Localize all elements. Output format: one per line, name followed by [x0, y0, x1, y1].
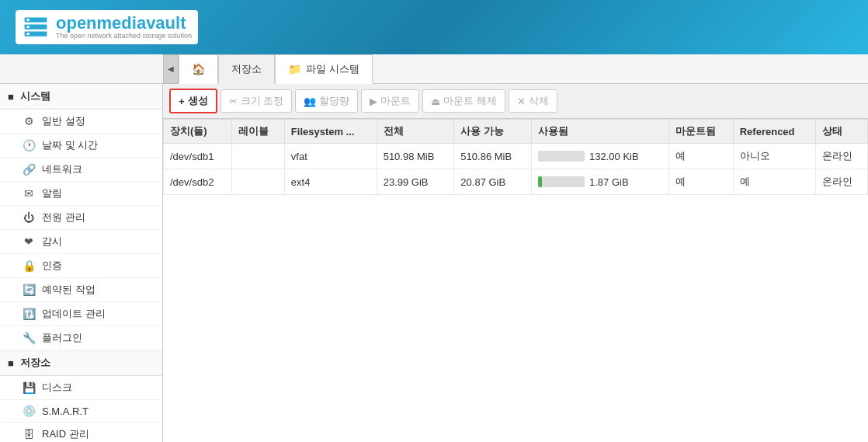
- usage-bar-fill: [538, 176, 542, 187]
- cell-device: /dev/sdb2: [164, 169, 232, 195]
- delete-button[interactable]: ✕ 삭제: [509, 89, 557, 113]
- gear-icon: ⚙: [22, 115, 36, 127]
- col-filesystem: Filesystem ...: [284, 120, 377, 144]
- sidebar-item-plugin-label: 플러그인: [42, 331, 82, 345]
- sidebar-item-raid[interactable]: 🗄 RAID 관리: [0, 423, 162, 442]
- mail-icon: ✉: [22, 187, 36, 200]
- heart-icon: ❤: [22, 235, 36, 248]
- table-row[interactable]: /dev/sdb2 ext4 23.99 GiB 20.87 GiB 1.87 …: [164, 169, 868, 195]
- cell-status: 온라인: [815, 169, 868, 195]
- sidebar-item-update[interactable]: 🔃 업데이트 관리: [0, 302, 162, 326]
- cell-mounted: 예: [668, 144, 733, 169]
- col-total: 전체: [377, 120, 454, 144]
- delete-icon: ✕: [517, 96, 526, 107]
- sidebar-item-smart[interactable]: 💿 S.M.A.R.T: [0, 400, 162, 423]
- square-icon-2: ■: [8, 357, 14, 369]
- wrench-icon: 🔧: [22, 332, 36, 344]
- logo-subtitle: The open network attached storage soluti…: [56, 32, 192, 40]
- square-icon: ■: [8, 91, 14, 103]
- lock-icon: 🔒: [22, 259, 36, 272]
- nav-tabs: ◀ 🏠 저장소 📁 파일 시스템: [0, 54, 868, 84]
- plus-icon: +: [179, 96, 185, 107]
- cell-total: 510.98 MiB: [377, 144, 454, 169]
- delete-button-label: 삭제: [529, 94, 549, 108]
- sidebar-item-scheduled[interactable]: 🔄 예약된 작업: [0, 278, 162, 302]
- resize-button[interactable]: ✂ 크기 조정: [220, 89, 293, 113]
- sidebar-item-datetime[interactable]: 🕐 날짜 및 시간: [0, 134, 162, 158]
- network-icon: 🔗: [22, 163, 36, 176]
- col-device: 장치(들): [164, 120, 232, 144]
- cell-used: 1.87 GiB: [532, 169, 669, 195]
- sidebar-item-scheduled-label: 예약된 작업: [42, 283, 95, 297]
- logo-icon: [22, 13, 50, 41]
- sidebar-item-general[interactable]: ⚙ 일반 설정: [0, 110, 162, 134]
- sidebar-item-notification[interactable]: ✉ 알림: [0, 182, 162, 206]
- sidebar-item-plugin[interactable]: 🔧 플러그인: [0, 326, 162, 350]
- sidebar-item-disk-label: 디스크: [42, 381, 72, 395]
- unmount-button[interactable]: ⏏ 마운트 해제: [422, 89, 505, 113]
- table-header-row: 장치(들) 레이블 Filesystem ... 전체 사용 가능 사용됨 마운…: [164, 120, 868, 144]
- cell-available: 510.86 MiB: [454, 144, 532, 169]
- sidebar-section-storage-label: 저장소: [20, 356, 50, 370]
- unmount-button-label: 마운트 해제: [443, 94, 497, 108]
- resize-button-label: 크기 조정: [241, 94, 284, 108]
- usage-value: 1.87 GiB: [589, 176, 629, 188]
- tab-filesystem[interactable]: 📁 파일 시스템: [275, 54, 373, 84]
- sidebar-section-system-label: 시스템: [20, 89, 50, 103]
- logo-title: openmediavault: [56, 15, 192, 32]
- usage-bar: [538, 176, 585, 187]
- cd-icon: 💿: [22, 405, 36, 417]
- col-used: 사용됨: [532, 120, 669, 144]
- sidebar-collapse-button[interactable]: ◀: [163, 54, 179, 84]
- sidebar-item-network[interactable]: 🔗 네트워크: [0, 158, 162, 182]
- table-row[interactable]: /dev/sdb1 vfat 510.98 MiB 510.86 MiB 132…: [164, 144, 868, 169]
- tab-storage[interactable]: 저장소: [218, 54, 275, 84]
- sidebar-item-network-label: 네트워크: [42, 162, 82, 176]
- allocate-button[interactable]: 👥 할당량: [295, 89, 358, 113]
- cell-status: 온라인: [815, 144, 868, 169]
- create-button-label: 생성: [188, 94, 208, 108]
- sidebar-item-update-label: 업데이트 관리: [42, 307, 106, 321]
- sidebar-item-datetime-label: 날짜 및 시간: [42, 138, 98, 152]
- tab-home[interactable]: 🏠: [179, 54, 218, 84]
- sidebar-item-disk[interactable]: 💾 디스크: [0, 376, 162, 400]
- mount-button-label: 마운트: [380, 94, 411, 108]
- col-mounted: 마운트됨: [668, 120, 733, 144]
- allocate-icon: 👥: [304, 96, 316, 107]
- unmount-icon: ⏏: [431, 96, 440, 107]
- logo: openmediavault The open network attached…: [16, 10, 198, 44]
- refresh-icon: 🔄: [22, 284, 36, 296]
- power-icon: ⏻: [22, 211, 36, 224]
- sidebar-item-auth[interactable]: 🔒 인증: [0, 254, 162, 278]
- sidebar-section-system[interactable]: ■ 시스템: [0, 84, 162, 110]
- sidebar-item-power-label: 전원 관리: [42, 211, 85, 224]
- update-icon: 🔃: [22, 308, 36, 320]
- chevron-left-icon: ◀: [168, 64, 174, 73]
- cell-referenced: 아니오: [733, 144, 815, 169]
- sidebar-section-storage[interactable]: ■ 저장소: [0, 350, 162, 376]
- sidebar-item-monitor-label: 감시: [42, 235, 62, 249]
- cell-label: [232, 144, 284, 169]
- header: openmediavault The open network attached…: [0, 0, 868, 54]
- cell-device: /dev/sdb1: [164, 144, 232, 169]
- cell-total: 23.99 GiB: [377, 169, 454, 195]
- cell-referenced: 예: [733, 169, 815, 195]
- resize-icon: ✂: [229, 96, 238, 107]
- tab-storage-label: 저장소: [231, 62, 262, 76]
- logo-text: openmediavault The open network attached…: [56, 15, 192, 40]
- cell-filesystem: vfat: [284, 144, 377, 169]
- raid-icon: 🗄: [22, 428, 36, 440]
- filesystem-table: 장치(들) 레이블 Filesystem ... 전체 사용 가능 사용됨 마운…: [163, 119, 868, 442]
- toolbar: + 생성 ✂ 크기 조정 👥 할당량 ▶ 마운트 ⏏ 마운트 해제 ✕ 삭제: [163, 84, 868, 119]
- cell-available: 20.87 GiB: [454, 169, 532, 195]
- home-icon: 🏠: [192, 63, 205, 75]
- mount-button[interactable]: ▶ 마운트: [361, 89, 419, 113]
- col-referenced: Referenced: [733, 120, 815, 144]
- sidebar-item-monitor[interactable]: ❤ 감시: [0, 230, 162, 254]
- create-button[interactable]: + 생성: [169, 89, 217, 113]
- sidebar-item-power[interactable]: ⏻ 전원 관리: [0, 206, 162, 230]
- cell-filesystem: ext4: [284, 169, 377, 195]
- main-content: + 생성 ✂ 크기 조정 👥 할당량 ▶ 마운트 ⏏ 마운트 해제 ✕ 삭제: [163, 84, 868, 442]
- main-layout: ■ 시스템 ⚙ 일반 설정 🕐 날짜 및 시간 🔗 네트워크 ✉ 알림 ⏻ 전원…: [0, 84, 868, 442]
- usage-bar: [538, 151, 585, 162]
